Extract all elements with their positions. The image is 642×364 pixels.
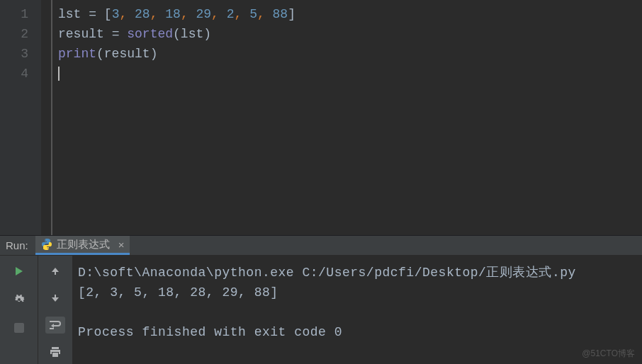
rerun-button[interactable]	[11, 263, 28, 280]
line-number: 3	[0, 44, 41, 64]
soft-wrap-button[interactable]	[45, 317, 65, 334]
run-toolbar-secondary	[38, 256, 72, 364]
console-output[interactable]: D:\soft\Anaconda\python.exe C:/Users/pdc…	[72, 256, 642, 364]
line-number: 4	[0, 64, 41, 84]
svg-rect-0	[14, 323, 24, 333]
watermark: @51CTO博客	[582, 348, 635, 360]
code-editor[interactable]: lst = [3, 28, 18, 29, 2, 5, 88]result = …	[58, 0, 295, 235]
run-tab[interactable]: 正则表达式 ×	[35, 236, 130, 255]
scroll-up-button[interactable]	[47, 263, 64, 280]
svg-rect-2	[55, 295, 56, 298]
python-icon	[41, 239, 52, 250]
run-body: D:\soft\Anaconda\python.exe C:/Users/pdc…	[0, 256, 642, 364]
text-cursor	[58, 67, 60, 81]
editor-area: 1 2 3 4 lst = [3, 28, 18, 29, 2, 5, 88]r…	[0, 0, 642, 235]
code-line: lst = [3, 28, 18, 29, 2, 5, 88]	[58, 4, 295, 24]
settings-button[interactable]	[11, 291, 28, 308]
run-header: Run: 正则表达式 ×	[0, 236, 642, 256]
run-tool-window: Run: 正则表达式 ×	[0, 235, 642, 364]
stop-button[interactable]	[11, 319, 28, 336]
run-label: Run:	[0, 239, 35, 251]
line-number: 1	[0, 4, 41, 24]
run-toolbar-primary	[0, 256, 38, 364]
code-line: result = sorted(lst)	[58, 24, 295, 44]
svg-rect-1	[55, 271, 56, 275]
close-icon[interactable]: ×	[118, 239, 125, 251]
code-line: print(result)	[58, 44, 295, 64]
code-line	[58, 64, 295, 84]
line-number: 2	[0, 24, 41, 44]
scroll-down-button[interactable]	[47, 290, 64, 307]
editor-separator	[51, 0, 52, 235]
line-number-gutter: 1 2 3 4	[0, 0, 41, 235]
print-button[interactable]	[47, 343, 64, 360]
run-tab-title: 正则表达式	[57, 238, 110, 251]
